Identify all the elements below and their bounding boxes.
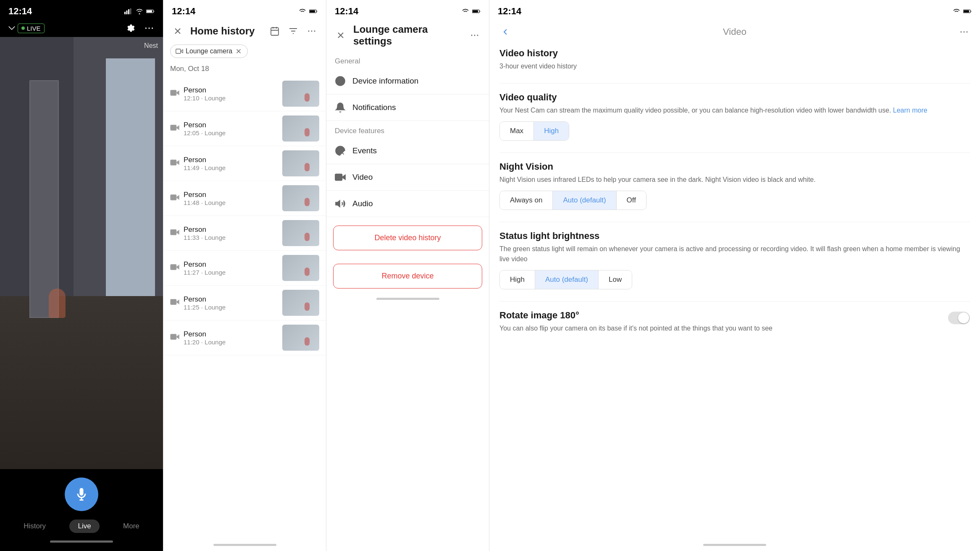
nv-always-button[interactable]: Always on: [500, 191, 553, 210]
wifi-icon-p2: [298, 8, 307, 14]
vq-high-button[interactable]: High: [534, 122, 569, 140]
wifi-icon-p3: [461, 8, 470, 14]
sl-high-button[interactable]: High: [500, 270, 535, 289]
event-label-7: Person: [184, 330, 278, 338]
settings-title: Lounge camera settings: [353, 24, 462, 47]
history-item-1[interactable]: Person 12:05 · Lounge: [163, 111, 326, 146]
svg-point-41: [339, 150, 342, 152]
remove-filter-icon[interactable]: [235, 47, 242, 55]
time-panel4: 12:14: [498, 6, 521, 17]
sl-auto-button[interactable]: Auto (default): [535, 270, 599, 289]
more-icon-p3[interactable]: [467, 28, 482, 43]
history-item-3[interactable]: Person 11:48 · Lounge: [163, 181, 326, 216]
dropdown-button[interactable]: LIVE: [8, 24, 45, 33]
svg-point-53: [967, 31, 968, 33]
event-time-2: 11:49 · Lounge: [184, 164, 278, 171]
notifications-item[interactable]: Notifications: [326, 94, 489, 121]
event-info-7: Person 11:20 · Lounge: [184, 330, 278, 346]
svg-point-38: [474, 35, 476, 36]
event-time-4: 11:33 · Lounge: [184, 234, 278, 241]
event-label-6: Person: [184, 295, 278, 304]
night-vision-desc: Night Vision uses infrared LEDs to help …: [499, 175, 970, 185]
live-badge: LIVE: [18, 24, 45, 33]
settings-icon[interactable]: [125, 23, 136, 34]
remove-device-button[interactable]: Remove device: [333, 264, 482, 289]
thumb-5: [282, 255, 319, 281]
live-dot: [21, 26, 25, 30]
event-time-3: 11:48 · Lounge: [184, 199, 278, 206]
back-button[interactable]: [498, 24, 513, 39]
close-button-p2[interactable]: [170, 24, 185, 39]
signal-icon: [124, 8, 133, 14]
notifications-label: Notifications: [352, 103, 396, 112]
history-header: Home history: [163, 20, 326, 43]
learn-more-vq[interactable]: Learn more: [893, 107, 927, 114]
more-options-icon[interactable]: [144, 23, 155, 34]
events-item[interactable]: Events: [326, 138, 489, 164]
svg-rect-32: [454, 9, 455, 14]
svg-point-20: [314, 31, 315, 32]
tab-history[interactable]: History: [17, 520, 53, 533]
status-icons-panel3: [450, 8, 481, 14]
filter-icon[interactable]: [286, 24, 301, 39]
svg-point-39: [477, 35, 478, 36]
history-item-0[interactable]: Person 12:10 · Lounge: [163, 76, 326, 111]
video-settings-panel: 12:14 Video: [489, 0, 980, 551]
sl-low-button[interactable]: Low: [599, 270, 632, 289]
battery-icon: [146, 8, 155, 14]
svg-rect-49: [964, 10, 969, 13]
video-quality-title: Video quality: [499, 92, 970, 103]
chevron-down-icon: [8, 26, 15, 30]
nest-logo: Nest: [144, 42, 158, 50]
svg-rect-13: [293, 8, 294, 14]
wifi-icon-p4: [952, 8, 961, 14]
status-icons-panel1: [124, 8, 155, 14]
svg-rect-24: [171, 160, 176, 165]
info-icon: [335, 76, 346, 87]
video-history-title: Video history: [499, 48, 970, 59]
delete-history-button[interactable]: Delete video history: [333, 226, 482, 250]
nv-auto-button[interactable]: Auto (default): [553, 191, 616, 210]
more-icon-p4[interactable]: [956, 24, 972, 39]
thumb-4: [282, 220, 319, 246]
svg-rect-21: [176, 49, 181, 54]
rotate-title: Rotate image 180°: [499, 310, 941, 321]
history-item-7[interactable]: Person 11:20 · Lounge: [163, 320, 326, 355]
history-header-icons: [267, 24, 319, 39]
calendar-icon[interactable]: [267, 24, 282, 39]
status-light-block: Status light brightness The green status…: [499, 231, 970, 289]
svg-rect-23: [171, 125, 176, 131]
filter-chip-lounge[interactable]: Lounge camera: [170, 45, 248, 58]
calendar-svg: [270, 26, 280, 36]
history-item-6[interactable]: Person 11:25 · Lounge: [163, 286, 326, 320]
history-item-4[interactable]: Person 11:33 · Lounge: [163, 216, 326, 251]
svg-rect-47: [947, 8, 948, 14]
audio-item[interactable]: Audio: [326, 191, 489, 217]
video-quality-block: Video quality Your Nest Cam can stream t…: [499, 92, 970, 141]
video-history-desc: 3-hour event video history: [499, 61, 970, 71]
history-item-5[interactable]: Person 11:27 · Lounge: [163, 251, 326, 286]
camera-icon-4: [170, 228, 179, 239]
nv-off-button[interactable]: Off: [617, 191, 646, 210]
vq-max-button[interactable]: Max: [500, 122, 534, 140]
video-item[interactable]: Video: [326, 164, 489, 191]
signal-icon-p4: [941, 8, 950, 14]
mic-button[interactable]: [65, 478, 98, 511]
history-item-2[interactable]: Person 11:49 · Lounge: [163, 146, 326, 181]
close-icon-p3: [336, 30, 346, 40]
svg-point-19: [311, 31, 313, 32]
more-icon-p2[interactable]: [304, 24, 319, 39]
events-label: Events: [352, 146, 377, 155]
night-vision-title: Night Vision: [499, 161, 970, 172]
device-information-item[interactable]: Device information: [326, 68, 489, 94]
home-indicator-panel2: [213, 544, 276, 546]
svg-point-52: [964, 31, 965, 33]
close-button-p3[interactable]: [333, 28, 348, 43]
close-icon: [173, 26, 183, 36]
svg-rect-28: [171, 299, 176, 305]
tab-more[interactable]: More: [116, 520, 146, 533]
device-features-label: Device features: [326, 121, 489, 138]
tab-live[interactable]: Live: [69, 520, 99, 533]
rotate-toggle[interactable]: [948, 312, 970, 324]
svg-rect-45: [943, 10, 945, 14]
